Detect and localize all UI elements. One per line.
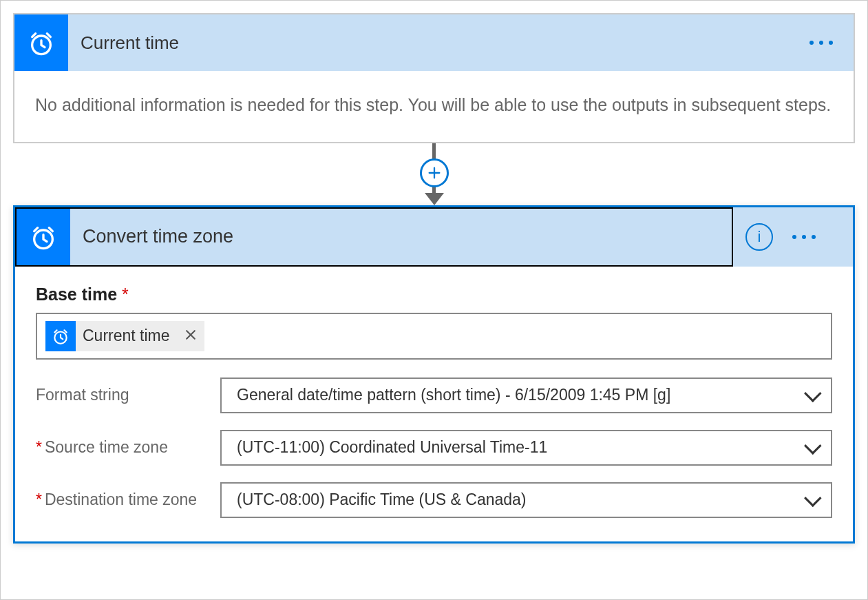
source-time-zone-label: *Source time zone: [36, 438, 220, 457]
current-time-header[interactable]: Current time: [14, 14, 854, 71]
convert-time-zone-header-main[interactable]: Convert time zone: [15, 207, 733, 267]
more-options-button[interactable]: [792, 235, 836, 239]
current-time-step-card: Current time No additional information i…: [13, 13, 855, 143]
clock-icon: [45, 321, 76, 351]
chevron-down-icon: [804, 437, 821, 454]
format-string-select[interactable]: General date/time pattern (short time) -…: [220, 377, 832, 413]
more-options-button[interactable]: [809, 41, 854, 45]
clock-icon: [17, 209, 70, 265]
base-time-label: Base time *: [36, 285, 832, 304]
dest-tz-value: (UTC-08:00) Pacific Time (US & Canada): [237, 490, 527, 509]
destination-time-zone-select[interactable]: (UTC-08:00) Pacific Time (US & Canada): [220, 482, 832, 518]
token-label: Current time: [76, 327, 177, 345]
convert-time-zone-header: Convert time zone i: [15, 207, 853, 267]
source-tz-value: (UTC-11:00) Coordinated Universal Time-1…: [237, 438, 547, 457]
convert-time-zone-step-card: Convert time zone i Base time *: [13, 205, 855, 544]
remove-token-button[interactable]: [177, 327, 204, 346]
dest-tz-label-text: Destination time zone: [45, 490, 197, 508]
info-icon[interactable]: i: [745, 223, 773, 251]
current-time-description: No additional information is needed for …: [14, 71, 854, 142]
current-time-title: Current time: [68, 32, 809, 54]
chevron-down-icon: [804, 489, 821, 506]
format-string-value: General date/time pattern (short time) -…: [237, 386, 670, 404]
destination-time-zone-label: *Destination time zone: [36, 490, 220, 509]
clock-icon: [14, 14, 68, 71]
chevron-down-icon: [804, 384, 821, 402]
current-time-token: Current time: [45, 321, 204, 351]
source-time-zone-select[interactable]: (UTC-11:00) Coordinated Universal Time-1…: [220, 430, 832, 466]
step-connector: [13, 143, 855, 205]
format-string-label: Format string: [36, 386, 220, 404]
add-step-button[interactable]: [420, 158, 449, 187]
source-tz-label-text: Source time zone: [45, 438, 168, 456]
base-time-label-text: Base time: [36, 285, 117, 304]
base-time-input[interactable]: Current time: [36, 313, 832, 360]
convert-time-zone-title: Convert time zone: [70, 226, 233, 247]
designer-canvas: Current time No additional information i…: [0, 0, 868, 600]
